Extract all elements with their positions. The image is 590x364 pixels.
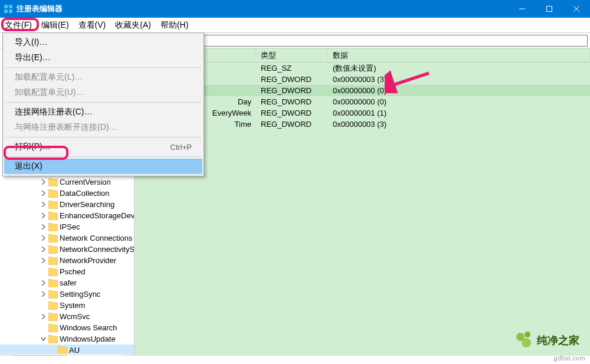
tree-item[interactable]: WcmSvc bbox=[0, 311, 134, 322]
tree-item-label: DataCollection bbox=[60, 188, 110, 199]
chevron-down-icon[interactable] bbox=[40, 336, 47, 342]
menu-item-disconnect-network: 与网络注册表断开连接(D)… bbox=[4, 120, 202, 135]
minimize-button[interactable] bbox=[509, 0, 536, 18]
value-type-cell: REG_DWORD bbox=[256, 119, 328, 130]
chevron-right-icon[interactable] bbox=[40, 190, 47, 196]
tree-item[interactable]: Network Connections bbox=[0, 232, 134, 244]
folder-icon bbox=[58, 346, 67, 355]
tree-item[interactable]: DataCollection bbox=[0, 188, 134, 199]
col-type[interactable]: 类型 bbox=[256, 48, 328, 62]
tree-item-label: safer bbox=[60, 277, 77, 288]
tree-item-label: SettingSync bbox=[60, 288, 100, 300]
tree-item-label: WcmSvc bbox=[60, 311, 90, 322]
maximize-button[interactable] bbox=[536, 0, 563, 18]
menu-item-unload-hive: 卸载配置单元(U)… bbox=[4, 85, 202, 100]
chevron-right-icon[interactable] bbox=[40, 291, 47, 297]
accelerator-label: Ctrl+P bbox=[171, 143, 192, 152]
tree-item-label: WindowsUpdate bbox=[60, 333, 116, 345]
menu-separator bbox=[5, 156, 201, 157]
tree-item-label: Network Connections bbox=[60, 232, 133, 244]
close-button[interactable] bbox=[563, 0, 590, 18]
tree-item[interactable]: safer bbox=[0, 277, 134, 288]
value-data-cell: 0x00000000 (0) bbox=[328, 85, 590, 96]
tree-item[interactable]: CurrentVersion bbox=[0, 176, 134, 188]
tree-item[interactable]: System bbox=[0, 300, 134, 311]
tree-item-label: IPSec bbox=[60, 221, 80, 232]
tree-item-label: Psched bbox=[60, 266, 85, 277]
menu-favorites[interactable]: 收藏夹(A) bbox=[110, 18, 156, 32]
menu-item-print[interactable]: 打印(P)…Ctrl+P bbox=[4, 139, 202, 155]
value-type-cell: REG_SZ bbox=[256, 63, 328, 74]
svg-rect-1 bbox=[9, 5, 12, 8]
tree-item[interactable]: EnhancedStorageDevices bbox=[0, 210, 134, 221]
chevron-right-icon[interactable] bbox=[40, 179, 47, 185]
col-data[interactable]: 数据 bbox=[328, 48, 590, 62]
chevron-right-icon[interactable] bbox=[40, 212, 47, 219]
svg-point-8 bbox=[522, 338, 531, 347]
tree-item[interactable]: DriverSearching bbox=[0, 199, 134, 210]
folder-icon bbox=[48, 178, 58, 186]
value-data-cell: 0x00000001 (1) bbox=[328, 107, 590, 119]
tree-item[interactable]: IPSec bbox=[0, 221, 134, 232]
menu-view[interactable]: 查看(V) bbox=[74, 18, 111, 32]
tree-item-label: NetworkProvider bbox=[60, 255, 116, 266]
tree-item-label: NetworkConnectivityStatusIndicator bbox=[60, 244, 134, 255]
value-data-cell: (数值未设置) bbox=[328, 63, 590, 74]
menu-separator bbox=[5, 67, 201, 68]
tree-item[interactable]: SettingSync bbox=[0, 288, 134, 300]
menu-item-exit[interactable]: 退出(X) bbox=[4, 159, 202, 174]
chevron-right-icon[interactable] bbox=[40, 313, 47, 320]
folder-icon bbox=[48, 268, 58, 276]
tree-item[interactable]: WindowsUpdate bbox=[0, 333, 134, 345]
value-type-cell: REG_DWORD bbox=[256, 74, 328, 85]
folder-icon bbox=[48, 290, 58, 299]
chevron-right-icon[interactable] bbox=[40, 235, 47, 241]
value-type-cell: REG_DWORD bbox=[256, 96, 328, 107]
menu-edit[interactable]: 编辑(E) bbox=[37, 18, 74, 32]
folder-icon bbox=[48, 223, 58, 231]
tree-item-label: Windows Search bbox=[60, 322, 117, 333]
window-title: 注册表编辑器 bbox=[17, 4, 63, 14]
menu-help[interactable]: 帮助(H) bbox=[156, 18, 193, 32]
menu-item-connect-network[interactable]: 连接网络注册表(C)… bbox=[4, 104, 202, 120]
watermark-url: gdhst.com bbox=[554, 355, 585, 362]
chevron-right-icon[interactable] bbox=[40, 280, 47, 286]
menu-file[interactable]: 文件(F) bbox=[0, 18, 37, 32]
chevron-right-icon[interactable] bbox=[40, 246, 47, 252]
watermark-logo: 纯净之家 bbox=[514, 331, 585, 352]
value-type-cell: REG_DWORD bbox=[256, 85, 328, 96]
folder-icon bbox=[48, 301, 58, 310]
tree-item[interactable]: NetworkProvider bbox=[0, 255, 134, 266]
menu-item-export[interactable]: 导出(E)… bbox=[4, 50, 202, 65]
svg-point-7 bbox=[525, 332, 530, 337]
tree-item-label: CurrentVersion bbox=[60, 176, 111, 188]
folder-icon bbox=[48, 335, 58, 343]
tree-item-label: DriverSearching bbox=[60, 199, 114, 210]
chevron-right-icon[interactable] bbox=[40, 257, 47, 264]
file-menu-dropdown: 导入(I)… 导出(E)… 加载配置单元(L)… 卸载配置单元(U)… 连接网络… bbox=[2, 32, 204, 176]
folder-icon bbox=[48, 234, 58, 242]
menu-item-import[interactable]: 导入(I)… bbox=[4, 35, 202, 50]
folder-icon bbox=[48, 245, 58, 254]
folder-icon bbox=[48, 279, 58, 287]
value-data-cell: 0x00000003 (3) bbox=[328, 74, 590, 85]
folder-icon bbox=[48, 313, 58, 321]
tree-item[interactable]: Psched bbox=[0, 266, 134, 277]
svg-rect-3 bbox=[9, 9, 12, 13]
svg-rect-2 bbox=[4, 9, 8, 13]
menu-bar: 文件(F) 编辑(E) 查看(V) 收藏夹(A) 帮助(H) bbox=[0, 18, 590, 33]
menu-separator bbox=[5, 102, 201, 103]
app-icon bbox=[4, 4, 13, 14]
svg-rect-0 bbox=[4, 5, 8, 8]
tree-item[interactable]: Windows Search bbox=[0, 322, 134, 333]
title-bar: 注册表编辑器 bbox=[0, 0, 590, 18]
chevron-right-icon[interactable] bbox=[40, 224, 47, 230]
svg-rect-4 bbox=[547, 6, 552, 12]
chevron-right-icon[interactable] bbox=[40, 201, 47, 208]
menu-separator bbox=[5, 137, 201, 137]
folder-icon bbox=[48, 257, 58, 265]
folder-icon bbox=[48, 201, 58, 209]
menu-item-load-hive: 加载配置单元(L)… bbox=[4, 70, 202, 85]
tree-item[interactable]: NetworkConnectivityStatusIndicator bbox=[0, 244, 134, 255]
value-data-cell: 0x00000003 (3) bbox=[328, 119, 590, 130]
